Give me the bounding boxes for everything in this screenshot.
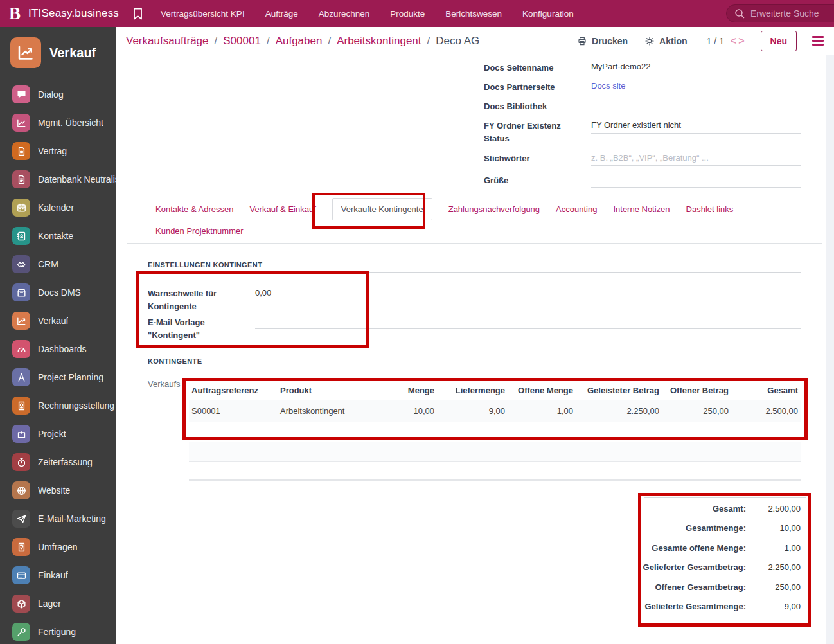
breadcrumb-arbeitskontingent[interactable]: Arbeitskontingent (337, 35, 421, 48)
stopwatch-icon (12, 453, 30, 471)
sidebar-item-zeiterfassung[interactable]: Zeiterfassung (0, 448, 116, 476)
vertical-scrollbar[interactable] (826, 55, 834, 644)
table-row[interactable]: S00001 Arbeitskontingent 10,00 9,00 1,00… (189, 400, 801, 422)
docs-page-value[interactable]: MyPart-demo22 (591, 62, 650, 71)
col-liefermenge[interactable]: Liefermenge (437, 381, 508, 400)
col-auftragsreferenz[interactable]: Auftragsreferenz (189, 381, 278, 400)
menu-item-abzurechnen[interactable]: Abzurechnen (319, 9, 370, 19)
cell-auftragsreferenz: S00001 (189, 400, 278, 422)
sidebar-item-docs-dms[interactable]: Docs DMS (0, 278, 116, 307)
breadcrumb-verkaufsauftraege[interactable]: Verkaufsaufträge (126, 35, 209, 48)
sidebar-item-label: Verkauf (38, 316, 68, 326)
total-value: 250,00 (746, 582, 801, 592)
menu-item-konfiguration[interactable]: Konfiguration (522, 9, 574, 19)
menu-item-auftraege[interactable]: Aufträge (265, 9, 298, 19)
pager-prev-icon[interactable]: < (731, 35, 737, 47)
hamburger-menu-icon[interactable] (812, 36, 824, 46)
control-panel: Verkaufsaufträge / S00001 / Aufgaben / A… (116, 27, 834, 55)
field-underline (591, 165, 801, 166)
sidebar-item-website[interactable]: Website (0, 476, 116, 505)
tab-interne-notizen[interactable]: Interne Notizen (613, 204, 670, 214)
col-menge[interactable]: Menge (387, 381, 437, 400)
brand-logo[interactable]: B (9, 5, 21, 22)
bookmark-icon[interactable] (133, 8, 143, 20)
menu-item-vertragsuebersicht-kpi[interactable]: Vertragsübersicht KPI (161, 9, 245, 19)
total-label: Gesamte offene Menge: (652, 543, 746, 553)
sidebar-menu: Dialog Mgmt. Übersicht Vertrag Datenbank… (0, 80, 116, 644)
sidebar-app-title: Verkauf (49, 46, 96, 60)
sidebar-item-crm[interactable]: CRM (0, 250, 116, 278)
sidebar-item-dialog[interactable]: Dialog (0, 80, 116, 109)
sidebar-item-einkauf[interactable]: Einkauf (0, 561, 116, 589)
total-label: Gelieferter Gesamtbetrag: (643, 562, 746, 572)
survey-icon (12, 538, 30, 556)
tab-verkauf-einkauf[interactable]: Verkauf & Einkauf (249, 204, 315, 214)
tab-zahlungsnachverfolgung[interactable]: Zahlungsnachverfolgung (448, 204, 540, 214)
col-offene-menge[interactable]: Offene Menge (508, 381, 576, 400)
advanced-search-input[interactable]: Erweiterte Suche (726, 4, 834, 22)
print-button[interactable]: Drucken (577, 36, 628, 46)
col-produkt[interactable]: Produkt (278, 381, 387, 400)
sidebar-item-lager[interactable]: Lager (0, 589, 116, 618)
sidebar-item-vertrag[interactable]: Vertrag (0, 137, 116, 165)
settings-section-title: EINSTELLUNGEN KONTINGENT (148, 261, 262, 269)
new-button[interactable]: Neu (761, 31, 797, 51)
col-offener-betrag[interactable]: Offener Betrag (662, 381, 731, 400)
sidebar-item-projekt[interactable]: Projekt (0, 420, 116, 448)
breadcrumb-s00001[interactable]: S00001 (223, 35, 261, 48)
menu-item-produkte[interactable]: Produkte (390, 9, 425, 19)
sidebar-item-label: Website (38, 485, 70, 496)
sidebar-item-dashboards[interactable]: Dashboards (0, 335, 116, 363)
totals-block: Gesamt: 2.500,00 Gesamtmenge: 10,00 Gesa… (559, 499, 801, 616)
document-icon (12, 142, 30, 160)
tags-input[interactable]: z. B. „B2B“, „VIP“, „Beratung“ ... (591, 153, 709, 163)
greeting-label: Grüße (484, 174, 580, 187)
sidebar-item-rechnungsstellung[interactable]: Rechnungsstellung (0, 391, 116, 420)
pager-next-icon[interactable]: > (738, 35, 745, 47)
fy-status-value[interactable]: FY Ordner existiert nicht (591, 120, 681, 130)
sidebar-item-umfragen[interactable]: Umfragen (0, 533, 116, 561)
tab-accounting[interactable]: Accounting (556, 204, 597, 214)
quota-threshold-label: Warnschwelle für Kontingente (148, 287, 238, 313)
tab-kunden-projektnummer[interactable]: Kunden Projektnummer (155, 226, 244, 236)
total-value: 1,00 (746, 543, 801, 553)
breadcrumb-separator: / (267, 35, 270, 48)
chat-bubble-icon (12, 85, 30, 103)
tab-dashlet-links[interactable]: Dashlet links (686, 204, 734, 214)
action-button[interactable]: Aktion (644, 36, 688, 46)
total-row: Gelieferter Gesamtbetrag: 2.250,00 (559, 558, 801, 578)
cell-gesamt: 2.500,00 (731, 400, 801, 422)
globe-icon (12, 481, 30, 499)
gauge-icon (12, 340, 30, 358)
drafting-compass-icon (12, 368, 30, 386)
sidebar-item-kontakte[interactable]: Kontakte (0, 222, 116, 250)
menu-item-berichtswesen[interactable]: Berichtswesen (445, 9, 502, 19)
archive-box-icon (12, 283, 30, 301)
sidebar-app-header[interactable]: Verkauf (0, 27, 116, 68)
top-menu: Vertragsübersicht KPI Aufträge Abzurechn… (161, 9, 574, 19)
sidebar-item-mgmt-uebersicht[interactable]: Mgmt. Übersicht (0, 109, 116, 137)
section-rule (148, 368, 801, 368)
docs-partner-link[interactable]: Docs site (591, 81, 625, 91)
sidebar-item-datenbank-neutralisierung[interactable]: Datenbank Neutralisie… (0, 165, 116, 193)
col-geleisteter-betrag[interactable]: Geleisteter Betrag (576, 381, 662, 400)
col-gesamt[interactable]: Gesamt (731, 381, 801, 400)
sidebar-item-label: Datenbank Neutralisie… (38, 174, 116, 184)
tab-verkaufte-kontingente[interactable]: Verkaufte Kontingente (332, 198, 432, 220)
total-value: 9,00 (746, 602, 801, 611)
sidebar-item-email-marketing[interactable]: E-Mail-Marketing (0, 505, 116, 533)
form-sheet: Docs Seitenname MyPart-demo22 Docs Partn… (116, 55, 826, 644)
sidebar-item-kalender[interactable]: Kalender (0, 193, 116, 222)
sidebar-item-fertigung[interactable]: Fertigung (0, 618, 116, 644)
pager-counter: 1 / 1 (707, 36, 724, 46)
tab-kontakte-adressen[interactable]: Kontakte & Adressen (155, 204, 233, 214)
sidebar-item-label: Dialog (38, 89, 64, 100)
top-navbar: B ITISeasy.business Vertragsübersicht KP… (0, 0, 834, 27)
empty-list-row (189, 442, 801, 462)
field-underline (255, 301, 801, 301)
sidebar-item-project-planning[interactable]: Project Planning (0, 363, 116, 391)
quota-threshold-value[interactable]: 0,00 (255, 288, 271, 298)
sidebar-item-verkauf[interactable]: Verkauf (0, 307, 116, 335)
breadcrumb-aufgaben[interactable]: Aufgaben (276, 35, 323, 48)
quota-table: Auftragsreferenz Produkt Menge Liefermen… (189, 381, 801, 422)
